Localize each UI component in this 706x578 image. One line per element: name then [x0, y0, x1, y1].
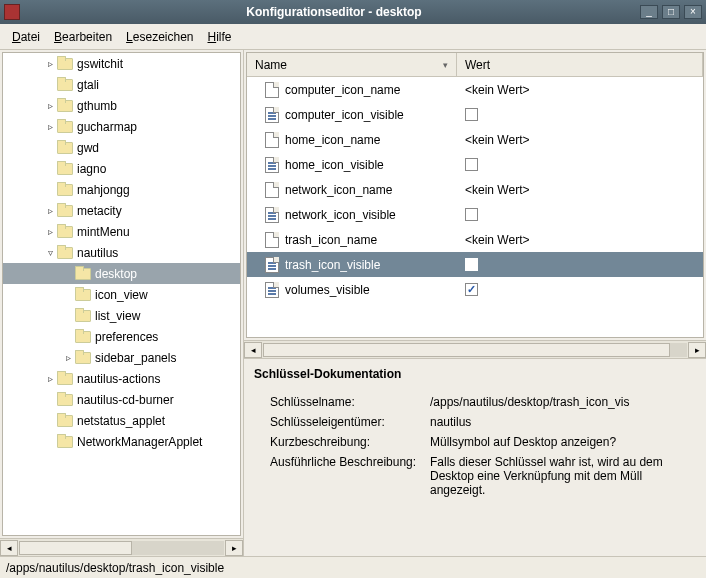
maximize-button[interactable]: □	[662, 5, 680, 19]
key-type-icon	[265, 257, 279, 273]
checkbox[interactable]: ✓	[465, 283, 478, 296]
tree-item-netstatus_applet[interactable]: netstatus_applet	[3, 410, 240, 431]
doc-key-long-label: Ausführliche Beschreibung:	[254, 455, 430, 497]
checkbox[interactable]	[465, 108, 478, 121]
expand-icon[interactable]: ▹	[43, 226, 57, 237]
key-value[interactable]	[457, 258, 703, 271]
key-name: trash_icon_name	[285, 233, 377, 247]
tree-item-nautilus-actions[interactable]: ▹nautilus-actions	[3, 368, 240, 389]
folder-icon	[57, 183, 73, 197]
key-value[interactable]	[457, 108, 703, 121]
key-value[interactable]: ✓	[457, 283, 703, 296]
tree-item-label: mahjongg	[77, 183, 130, 197]
checkbox[interactable]	[465, 158, 478, 171]
tree-item-label: gtali	[77, 78, 99, 92]
key-row-volumes_visible[interactable]: volumes_visible✓	[247, 277, 703, 302]
minimize-button[interactable]: _	[640, 5, 658, 19]
key-value[interactable]	[457, 158, 703, 171]
tree-item-label: sidebar_panels	[95, 351, 176, 365]
checkbox[interactable]	[465, 208, 478, 221]
tree-item-NetworkManagerApplet[interactable]: NetworkManagerApplet	[3, 431, 240, 452]
col-name[interactable]: Name▾	[247, 53, 457, 76]
scroll-left-button[interactable]: ◂	[0, 540, 18, 556]
menu-lesezeichen[interactable]: Lesezeichen	[120, 27, 199, 47]
key-row-home_icon_name[interactable]: home_icon_name<kein Wert>	[247, 127, 703, 152]
doc-title: Schlüssel-Dokumentation	[254, 367, 696, 381]
tree-item-gwd[interactable]: gwd	[3, 137, 240, 158]
key-row-trash_icon_name[interactable]: trash_icon_name<kein Wert>	[247, 227, 703, 252]
tree-item-label: nautilus	[77, 246, 118, 260]
tree-item-list_view[interactable]: list_view	[3, 305, 240, 326]
tree-item-gtali[interactable]: gtali	[3, 74, 240, 95]
key-row-trash_icon_visible[interactable]: trash_icon_visible	[247, 252, 703, 277]
tree-hscroll[interactable]: ◂ ▸	[0, 538, 243, 556]
col-wert[interactable]: Wert	[457, 53, 703, 76]
tree-item-metacity[interactable]: ▹metacity	[3, 200, 240, 221]
expand-icon[interactable]: ▹	[43, 373, 57, 384]
tree-item-icon_view[interactable]: icon_view	[3, 284, 240, 305]
key-value[interactable]: <kein Wert>	[457, 83, 703, 97]
doc-panel: Schlüssel-Dokumentation Schlüsselname:/a…	[244, 358, 706, 556]
folder-icon	[57, 141, 73, 155]
scroll-thumb[interactable]	[263, 343, 670, 357]
expand-icon[interactable]: ▹	[43, 205, 57, 216]
app-icon	[4, 4, 20, 20]
tree-item-desktop[interactable]: desktop	[3, 263, 240, 284]
folder-icon	[57, 78, 73, 92]
statusbar: /apps/nautilus/desktop/trash_icon_visibl…	[0, 556, 706, 578]
tree-item-gthumb[interactable]: ▹gthumb	[3, 95, 240, 116]
titlebar[interactable]: Konfigurationseditor - desktop _ □ ×	[0, 0, 706, 24]
tree-item-label: gwd	[77, 141, 99, 155]
expand-icon[interactable]: ▹	[43, 100, 57, 111]
key-name: computer_icon_visible	[285, 108, 404, 122]
key-name: network_icon_visible	[285, 208, 396, 222]
tree-item-preferences[interactable]: preferences	[3, 326, 240, 347]
key-value[interactable]	[457, 208, 703, 221]
key-row-computer_icon_name[interactable]: computer_icon_name<kein Wert>	[247, 77, 703, 102]
tree-item-label: gthumb	[77, 99, 117, 113]
expand-icon[interactable]: ▹	[61, 352, 75, 363]
doc-key-name-label: Schlüsselname:	[254, 395, 430, 409]
table-hscroll[interactable]: ◂ ▸	[244, 340, 706, 358]
doc-key-short-value: Müllsymbol auf Desktop anzeigen?	[430, 435, 696, 449]
tree-item-label: metacity	[77, 204, 122, 218]
expand-icon[interactable]: ▹	[43, 121, 57, 132]
checkbox[interactable]	[465, 258, 478, 271]
key-value[interactable]: <kein Wert>	[457, 133, 703, 147]
folder-icon	[75, 351, 91, 365]
window-title: Konfigurationseditor - desktop	[28, 5, 640, 19]
expand-icon[interactable]: ▿	[43, 247, 57, 258]
key-row-network_icon_name[interactable]: network_icon_name<kein Wert>	[247, 177, 703, 202]
tree-item-mintMenu[interactable]: ▹mintMenu	[3, 221, 240, 242]
scroll-right-button[interactable]: ▸	[225, 540, 243, 556]
scroll-thumb[interactable]	[19, 541, 132, 555]
key-name: volumes_visible	[285, 283, 370, 297]
menu-bearbeiten[interactable]: Bearbeiten	[48, 27, 118, 47]
key-type-icon	[265, 282, 279, 298]
tree-item-nautilus[interactable]: ▿nautilus	[3, 242, 240, 263]
tree-item-gucharmap[interactable]: ▹gucharmap	[3, 116, 240, 137]
key-name: trash_icon_visible	[285, 258, 380, 272]
tree-view[interactable]: ▹gswitchitgtali▹gthumb▹gucharmapgwdiagno…	[2, 52, 241, 536]
key-row-computer_icon_visible[interactable]: computer_icon_visible	[247, 102, 703, 127]
tree-item-label: NetworkManagerApplet	[77, 435, 202, 449]
key-row-home_icon_visible[interactable]: home_icon_visible	[247, 152, 703, 177]
tree-item-nautilus-cd-burner[interactable]: nautilus-cd-burner	[3, 389, 240, 410]
menu-hilfe[interactable]: Hilfe	[202, 27, 238, 47]
doc-key-long-value: Falls dieser Schlüssel wahr ist, wird au…	[430, 455, 696, 497]
scroll-left-button[interactable]: ◂	[244, 342, 262, 358]
key-value[interactable]: <kein Wert>	[457, 233, 703, 247]
tree-item-iagno[interactable]: iagno	[3, 158, 240, 179]
tree-item-mahjongg[interactable]: mahjongg	[3, 179, 240, 200]
folder-icon	[57, 372, 73, 386]
scroll-right-button[interactable]: ▸	[688, 342, 706, 358]
close-button[interactable]: ×	[684, 5, 702, 19]
expand-icon[interactable]: ▹	[43, 58, 57, 69]
menu-datei[interactable]: Datei	[6, 27, 46, 47]
folder-icon	[57, 204, 73, 218]
tree-item-sidebar_panels[interactable]: ▹sidebar_panels	[3, 347, 240, 368]
tree-item-gswitchit[interactable]: ▹gswitchit	[3, 53, 240, 74]
folder-icon	[57, 99, 73, 113]
key-value[interactable]: <kein Wert>	[457, 183, 703, 197]
key-row-network_icon_visible[interactable]: network_icon_visible	[247, 202, 703, 227]
